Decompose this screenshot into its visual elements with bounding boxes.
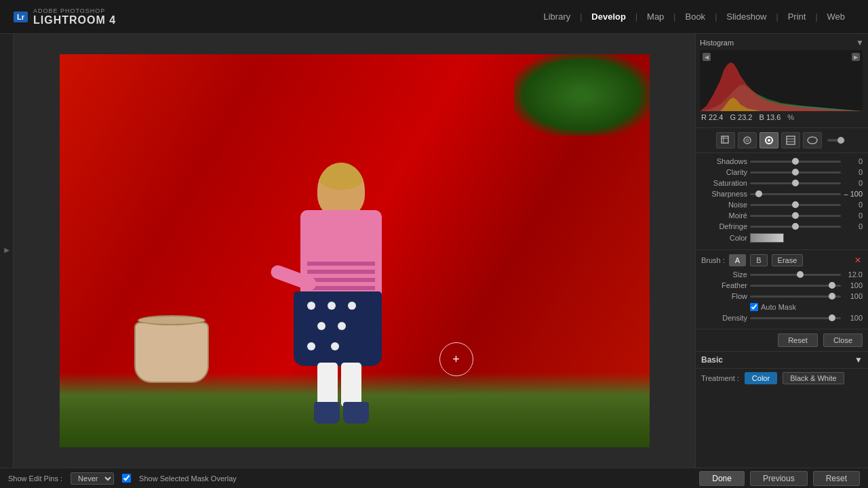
moire-label: Moiré	[701, 211, 747, 220]
saturation-thumb[interactable]	[792, 180, 799, 186]
photo-canvas: +	[60, 54, 650, 447]
crop-tool[interactable]	[716, 132, 735, 148]
brush-b-button[interactable]: B	[750, 254, 767, 266]
nav-print[interactable]: Print	[778, 7, 816, 26]
close-brush-button[interactable]: Close	[823, 333, 863, 347]
graduated-filter-tool[interactable]	[781, 132, 800, 148]
brush-density-thumb[interactable]	[829, 314, 835, 321]
r-value: 22.4	[709, 113, 723, 121]
reset-brush-button[interactable]: Reset	[778, 333, 818, 347]
svg-point-14	[808, 137, 817, 144]
sharpness-thumb[interactable]	[755, 190, 762, 197]
brush-flow-value: 100	[844, 292, 863, 300]
edit-pins-label: Show Edit Pins :	[8, 474, 62, 483]
basic-section-header[interactable]: Basic ▼	[696, 352, 868, 369]
nav-slideshow[interactable]: Slideshow	[717, 7, 776, 26]
svg-point-16	[837, 137, 844, 144]
brush-flow-track[interactable]	[750, 296, 841, 298]
girl-left-leg	[317, 363, 338, 407]
nav-book[interactable]: Book	[675, 7, 715, 26]
noise-track[interactable]	[750, 204, 841, 206]
spot-removal-tool[interactable]	[738, 132, 757, 148]
brush-a-button[interactable]: A	[729, 254, 746, 266]
shadows-track[interactable]	[750, 161, 841, 163]
topbar: Lr ADOBE PHOTOSHOP LIGHTROOM 4 Library |…	[0, 0, 868, 34]
brush-flow-row: Flow 100	[701, 292, 863, 300]
opacity-slider-area[interactable]	[827, 136, 848, 145]
histogram-title: Histogram	[700, 39, 734, 47]
right-panel: Histogram ▼ ◀ ▶ R 22.4	[695, 34, 868, 468]
treatment-color-button[interactable]: Color	[745, 372, 777, 384]
brush-feather-thumb[interactable]	[829, 282, 835, 289]
brush-flow-thumb[interactable]	[829, 293, 835, 300]
color-row: Color	[701, 233, 863, 243]
clarity-track[interactable]	[750, 171, 841, 174]
brush-close-icon[interactable]: ✕	[853, 256, 863, 265]
treatment-bw-button[interactable]: Black & White	[783, 372, 844, 384]
mask-overlay-checkbox[interactable]	[122, 474, 131, 483]
mask-overlay-label[interactable]: Show Selected Mask Overlay	[139, 474, 237, 483]
brush-feather-track[interactable]	[750, 285, 841, 287]
nav-library[interactable]: Library	[534, 7, 580, 26]
left-panel-toggle[interactable]: ◀	[0, 34, 14, 468]
girl-skirt	[294, 291, 382, 366]
brush-feather-row: Feather 100	[701, 281, 863, 289]
histogram-canvas: ◀ ▶	[700, 50, 863, 111]
basket-handle	[138, 315, 205, 325]
previous-button[interactable]: Previous	[750, 471, 808, 486]
adjustment-brush-tool[interactable]	[760, 132, 778, 148]
brush-header: Brush : A B Erase ✕	[701, 254, 863, 266]
histogram-clip-shadows[interactable]: ◀	[703, 53, 711, 61]
noise-thumb[interactable]	[792, 201, 799, 208]
basic-title: Basic	[701, 355, 723, 365]
reset-button[interactable]: Reset	[813, 471, 860, 486]
r-label: R 22.4	[701, 113, 723, 121]
shadows-thumb[interactable]	[792, 158, 799, 165]
color-swatch[interactable]	[750, 233, 784, 243]
histogram-section: Histogram ▼ ◀ ▶ R 22.4	[696, 34, 868, 128]
clarity-thumb[interactable]	[792, 169, 799, 176]
nav-develop[interactable]: Develop	[582, 7, 635, 26]
moire-thumb[interactable]	[792, 212, 799, 219]
brush-density-track[interactable]	[750, 317, 841, 319]
image-area[interactable]: +	[14, 34, 695, 468]
auto-mask-row: Auto Mask	[701, 303, 863, 311]
adobe-text: ADOBE PHOTOSHOP	[33, 7, 116, 14]
defringe-track[interactable]	[750, 226, 841, 228]
svg-point-10	[768, 139, 770, 142]
brush-density-value: 100	[844, 314, 863, 322]
radial-filter-tool[interactable]	[803, 132, 822, 148]
auto-mask-checkbox[interactable]	[750, 303, 758, 311]
defringe-thumb[interactable]	[792, 223, 799, 230]
sharpness-track[interactable]	[750, 193, 841, 195]
saturation-track[interactable]	[750, 182, 841, 184]
brush-size-track[interactable]	[750, 274, 841, 276]
svg-point-7	[744, 137, 751, 144]
histogram-expand-icon[interactable]: ▼	[856, 38, 864, 47]
g-value: 23.2	[738, 113, 752, 121]
brush-density-label: Density	[701, 314, 747, 322]
defringe-label: Defringe	[701, 222, 747, 230]
basic-expand-icon: ▼	[854, 355, 863, 365]
girl-head	[317, 163, 365, 217]
auto-mask-label[interactable]: Auto Mask	[761, 303, 796, 311]
brush-erase-button[interactable]: Erase	[772, 254, 804, 266]
bottombar-right: Done Previous Reset	[699, 471, 860, 486]
histogram-clip-highlights[interactable]: ▶	[852, 53, 860, 61]
nav-menu: Library | Develop | Map | Book | Slidesh…	[534, 7, 854, 26]
foliage	[514, 54, 650, 136]
saturation-row: Saturation 0	[701, 179, 863, 187]
defringe-value: 0	[844, 222, 863, 230]
shadows-row: Shadows 0	[701, 157, 863, 165]
moire-track[interactable]	[750, 215, 841, 217]
girl-right-boot	[343, 402, 369, 424]
nav-web[interactable]: Web	[818, 7, 855, 26]
brush-size-label: Size	[701, 270, 747, 279]
done-button[interactable]: Done	[699, 471, 745, 486]
brush-size-thumb[interactable]	[797, 271, 804, 278]
brush-size-value: 12.0	[844, 270, 863, 279]
nav-map[interactable]: Map	[637, 7, 673, 26]
never-dropdown[interactable]: Never	[71, 472, 114, 485]
noise-value: 0	[844, 201, 863, 209]
saturation-label: Saturation	[701, 179, 747, 187]
